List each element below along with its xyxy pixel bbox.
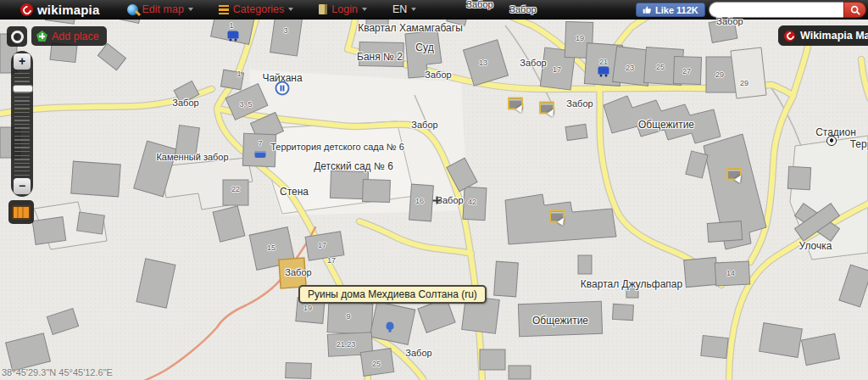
zoom-control: + − [11, 51, 33, 197]
wikimapia-logo-icon [784, 31, 795, 42]
menu-language[interactable]: EN [392, 3, 416, 15]
categories-list-icon [219, 5, 229, 14]
chevron-down-icon [411, 8, 416, 11]
zoom-slider-handle[interactable] [13, 85, 33, 92]
wikimapia-logo-icon [20, 3, 33, 16]
wikimapia-map-type-button[interactable]: Wikimapia Map [778, 25, 868, 46]
add-place-pentagon-icon [36, 31, 47, 42]
wikimapia-logo[interactable]: wikimapia [20, 3, 100, 17]
add-place-label: Add place [52, 31, 99, 42]
globe-edit-icon [127, 4, 138, 15]
login-door-icon [319, 4, 327, 14]
menu-edit-map[interactable]: Edit map [127, 3, 193, 15]
search-icon [850, 5, 860, 15]
search-button[interactable] [843, 2, 866, 18]
top-bar: wikimapia Edit map Categories Login EN L… [0, 0, 868, 20]
facebook-like-button[interactable]: Like 112K [636, 3, 705, 17]
like-label: Like 112K [655, 5, 698, 15]
search-bar [709, 2, 866, 18]
coordinates-readout: 38°45'29.3"N 45°45'12.6"E [2, 367, 113, 377]
map-layers-icon [12, 205, 31, 220]
menu-login[interactable]: Login [319, 3, 367, 15]
logo-text: wikimapia [37, 3, 100, 17]
chevron-down-icon [362, 8, 367, 11]
add-place-button[interactable]: Add place [31, 26, 107, 46]
place-tooltip: Руины дома Мехдиева Солтана (ru) [298, 285, 487, 304]
topbar-menus: Edit map Categories Login EN [127, 3, 417, 15]
map-canvas[interactable] [0, 0, 868, 380]
map-type-button[interactable] [8, 200, 34, 224]
chevron-down-icon [188, 8, 193, 11]
map-type-label: Wikimapia Map [800, 30, 868, 42]
chevron-down-icon [288, 8, 293, 11]
menu-categories[interactable]: Categories [219, 3, 293, 15]
search-input[interactable] [709, 2, 843, 18]
zoom-out-button[interactable]: − [14, 178, 31, 194]
zoom-in-button[interactable]: + [14, 53, 31, 70]
map-settings-button[interactable] [7, 26, 27, 47]
selected-building[interactable] [279, 258, 306, 288]
thumbs-up-icon [643, 5, 652, 14]
settings-ring-icon [11, 31, 24, 43]
